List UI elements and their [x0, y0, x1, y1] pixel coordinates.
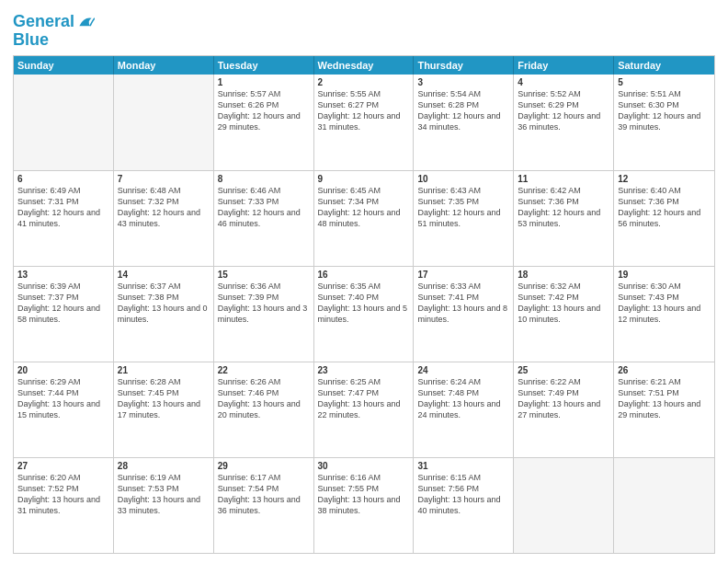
day-info: Sunrise: 6:25 AMSunset: 7:47 PMDaylight:…	[318, 376, 410, 421]
calendar-cell	[14, 75, 114, 170]
page: General Blue SundayMondayTuesdayWednesda…	[0, 0, 728, 563]
day-info: Sunrise: 5:54 AMSunset: 6:28 PMDaylight:…	[417, 88, 509, 133]
day-info: Sunrise: 5:57 AMSunset: 6:26 PMDaylight:…	[218, 88, 310, 133]
calendar-cell: 21Sunrise: 6:28 AMSunset: 7:45 PMDayligh…	[114, 362, 214, 457]
calendar-cell: 23Sunrise: 6:25 AMSunset: 7:47 PMDayligh…	[314, 362, 415, 457]
day-info: Sunrise: 6:49 AMSunset: 7:31 PMDaylight:…	[17, 185, 109, 230]
logo-general: General	[13, 12, 74, 30]
day-info: Sunrise: 6:15 AMSunset: 7:56 PMDaylight:…	[417, 472, 509, 517]
calendar-cell: 5Sunrise: 5:51 AMSunset: 6:30 PMDaylight…	[614, 75, 714, 170]
day-number: 23	[318, 365, 410, 375]
calendar-cell: 31Sunrise: 6:15 AMSunset: 7:56 PMDayligh…	[414, 458, 514, 553]
calendar-cell: 25Sunrise: 6:22 AMSunset: 7:49 PMDayligh…	[514, 362, 614, 457]
day-number: 16	[318, 270, 410, 280]
day-info: Sunrise: 6:30 AMSunset: 7:43 PMDaylight:…	[618, 281, 711, 326]
logo-text: General	[13, 13, 74, 31]
calendar-cell: 30Sunrise: 6:16 AMSunset: 7:55 PMDayligh…	[314, 458, 415, 553]
calendar-cell: 4Sunrise: 5:52 AMSunset: 6:29 PMDaylight…	[514, 75, 614, 170]
day-number: 19	[618, 270, 711, 280]
logo: General Blue	[13, 13, 95, 50]
day-info: Sunrise: 6:28 AMSunset: 7:45 PMDaylight:…	[118, 376, 210, 421]
day-number: 15	[218, 270, 310, 280]
calendar-cell: 29Sunrise: 6:17 AMSunset: 7:54 PMDayligh…	[214, 458, 314, 553]
day-info: Sunrise: 6:20 AMSunset: 7:52 PMDaylight:…	[17, 472, 109, 517]
calendar-week-row: 20Sunrise: 6:29 AMSunset: 7:44 PMDayligh…	[14, 362, 714, 457]
calendar-cell: 22Sunrise: 6:26 AMSunset: 7:46 PMDayligh…	[214, 362, 314, 457]
calendar-week-row: 27Sunrise: 6:20 AMSunset: 7:52 PMDayligh…	[14, 457, 714, 553]
day-number: 24	[417, 365, 509, 375]
calendar-cell: 11Sunrise: 6:42 AMSunset: 7:36 PMDayligh…	[514, 171, 614, 266]
day-number: 25	[518, 365, 609, 375]
calendar-cell: 7Sunrise: 6:48 AMSunset: 7:32 PMDaylight…	[114, 171, 214, 266]
day-number: 12	[618, 174, 711, 184]
day-number: 10	[417, 174, 509, 184]
calendar-cell: 16Sunrise: 6:35 AMSunset: 7:40 PMDayligh…	[314, 267, 415, 362]
day-number: 8	[218, 174, 310, 184]
day-number: 13	[17, 270, 109, 280]
calendar-cell: 17Sunrise: 6:33 AMSunset: 7:41 PMDayligh…	[414, 267, 514, 362]
calendar-cell	[514, 458, 614, 553]
day-info: Sunrise: 6:43 AMSunset: 7:35 PMDaylight:…	[417, 185, 509, 230]
calendar-cell	[614, 458, 714, 553]
day-number: 9	[318, 174, 410, 184]
calendar-cell: 26Sunrise: 6:21 AMSunset: 7:51 PMDayligh…	[614, 362, 714, 457]
calendar-cell: 15Sunrise: 6:36 AMSunset: 7:39 PMDayligh…	[214, 267, 314, 362]
day-info: Sunrise: 6:32 AMSunset: 7:42 PMDaylight:…	[518, 281, 609, 326]
calendar-cell: 9Sunrise: 6:45 AMSunset: 7:34 PMDaylight…	[314, 171, 415, 266]
calendar-cell: 14Sunrise: 6:37 AMSunset: 7:38 PMDayligh…	[114, 267, 214, 362]
calendar-week-row: 1Sunrise: 5:57 AMSunset: 6:26 PMDaylight…	[14, 75, 714, 170]
calendar-header-day: Tuesday	[214, 56, 314, 75]
calendar-cell: 13Sunrise: 6:39 AMSunset: 7:37 PMDayligh…	[14, 267, 114, 362]
day-info: Sunrise: 6:42 AMSunset: 7:36 PMDaylight:…	[518, 185, 609, 230]
day-info: Sunrise: 6:40 AMSunset: 7:36 PMDaylight:…	[618, 185, 711, 230]
day-info: Sunrise: 6:33 AMSunset: 7:41 PMDaylight:…	[417, 281, 509, 326]
day-info: Sunrise: 6:48 AMSunset: 7:32 PMDaylight:…	[118, 185, 210, 230]
day-info: Sunrise: 6:21 AMSunset: 7:51 PMDaylight:…	[618, 376, 711, 421]
calendar-week-row: 13Sunrise: 6:39 AMSunset: 7:37 PMDayligh…	[14, 266, 714, 362]
day-info: Sunrise: 6:37 AMSunset: 7:38 PMDaylight:…	[118, 281, 210, 326]
day-info: Sunrise: 6:19 AMSunset: 7:53 PMDaylight:…	[118, 472, 210, 517]
day-number: 1	[218, 77, 310, 87]
calendar-cell	[114, 75, 214, 170]
day-number: 5	[618, 77, 711, 87]
day-info: Sunrise: 6:24 AMSunset: 7:48 PMDaylight:…	[417, 376, 509, 421]
calendar-cell: 28Sunrise: 6:19 AMSunset: 7:53 PMDayligh…	[114, 458, 214, 553]
header: General Blue	[13, 9, 715, 50]
day-number: 7	[118, 174, 210, 184]
day-info: Sunrise: 6:29 AMSunset: 7:44 PMDaylight:…	[17, 376, 109, 421]
calendar-header: SundayMondayTuesdayWednesdayThursdayFrid…	[14, 56, 714, 75]
day-info: Sunrise: 6:26 AMSunset: 7:46 PMDaylight:…	[218, 376, 310, 421]
calendar-cell: 6Sunrise: 6:49 AMSunset: 7:31 PMDaylight…	[14, 171, 114, 266]
day-info: Sunrise: 6:46 AMSunset: 7:33 PMDaylight:…	[218, 185, 310, 230]
logo-icon	[76, 13, 95, 31]
calendar-body: 1Sunrise: 5:57 AMSunset: 6:26 PMDaylight…	[14, 75, 714, 553]
day-number: 18	[518, 270, 609, 280]
calendar-cell: 24Sunrise: 6:24 AMSunset: 7:48 PMDayligh…	[414, 362, 514, 457]
calendar-cell: 3Sunrise: 5:54 AMSunset: 6:28 PMDaylight…	[414, 75, 514, 170]
day-info: Sunrise: 6:22 AMSunset: 7:49 PMDaylight:…	[518, 376, 609, 421]
logo-blue: Blue	[13, 31, 95, 50]
calendar-cell: 27Sunrise: 6:20 AMSunset: 7:52 PMDayligh…	[14, 458, 114, 553]
day-number: 20	[17, 365, 109, 375]
day-number: 26	[618, 365, 711, 375]
day-info: Sunrise: 5:55 AMSunset: 6:27 PMDaylight:…	[318, 88, 410, 133]
day-number: 30	[318, 461, 410, 471]
day-info: Sunrise: 6:17 AMSunset: 7:54 PMDaylight:…	[218, 472, 310, 517]
day-info: Sunrise: 6:45 AMSunset: 7:34 PMDaylight:…	[318, 185, 410, 230]
calendar-header-day: Saturday	[614, 56, 714, 75]
day-info: Sunrise: 5:52 AMSunset: 6:29 PMDaylight:…	[518, 88, 609, 133]
day-number: 11	[518, 174, 609, 184]
day-info: Sunrise: 6:35 AMSunset: 7:40 PMDaylight:…	[318, 281, 410, 326]
day-number: 29	[218, 461, 310, 471]
day-number: 2	[318, 77, 410, 87]
calendar-header-day: Monday	[114, 56, 214, 75]
calendar-header-day: Friday	[514, 56, 614, 75]
day-number: 28	[118, 461, 210, 471]
calendar-header-day: Wednesday	[314, 56, 415, 75]
calendar-cell: 19Sunrise: 6:30 AMSunset: 7:43 PMDayligh…	[614, 267, 714, 362]
calendar-cell: 12Sunrise: 6:40 AMSunset: 7:36 PMDayligh…	[614, 171, 714, 266]
day-number: 22	[218, 365, 310, 375]
day-info: Sunrise: 5:51 AMSunset: 6:30 PMDaylight:…	[618, 88, 711, 133]
day-info: Sunrise: 6:36 AMSunset: 7:39 PMDaylight:…	[218, 281, 310, 326]
day-number: 21	[118, 365, 210, 375]
